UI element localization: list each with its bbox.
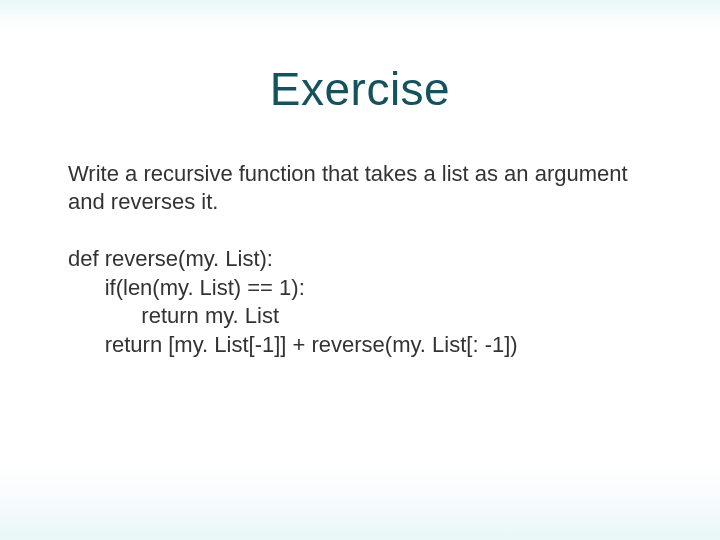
code-block: def reverse(my. List): if(len(my. List) … [68,245,660,359]
exercise-prompt: Write a recursive function that takes a … [68,160,660,215]
slide: Exercise Write a recursive function that… [0,0,720,540]
slide-title: Exercise [0,62,720,116]
slide-body: Write a recursive function that takes a … [68,160,660,359]
